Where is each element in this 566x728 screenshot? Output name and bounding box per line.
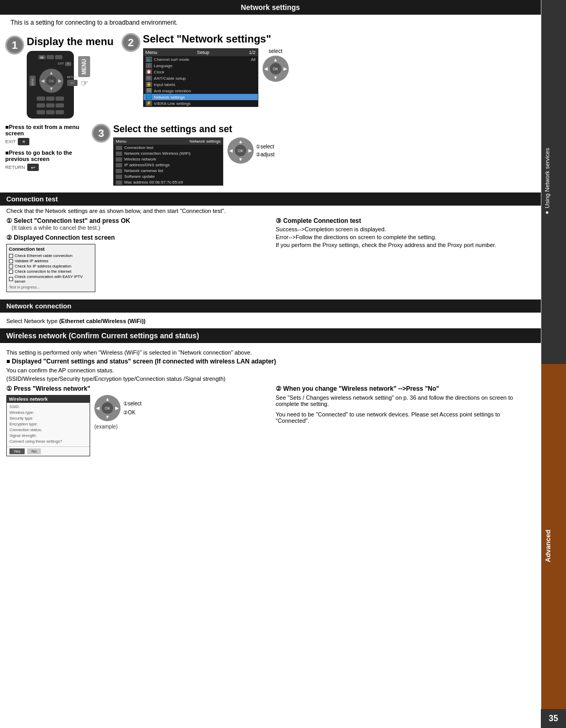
dpad-left[interactable]: ◀: [41, 78, 45, 83]
conn-step3-title: ③ Complete Connection test: [276, 217, 535, 224]
conn-row-text-1: Validate IP address: [15, 259, 48, 263]
network-menu-screen: Menu Network settings Connection test Ne…: [113, 137, 223, 186]
menu-icon-6: 🌐: [146, 94, 152, 100]
dpad-down[interactable]: ▼: [49, 86, 54, 91]
menu-icon-1: ♪: [146, 63, 152, 68]
step1-block: 1 Display the menu ▮▮: [5, 36, 114, 119]
wireless-up[interactable]: ▲: [105, 397, 110, 402]
wireless-left: ① Press "Wireless network" Wireless netw…: [6, 385, 265, 456]
wireless-ssid-note: (SSID/Wireless type/Security type/Encryp…: [6, 376, 535, 382]
remote-btn-row2-2[interactable]: [46, 103, 55, 108]
step2-left[interactable]: ◀: [264, 66, 268, 71]
wireless-left[interactable]: ◀: [96, 405, 100, 411]
step3-right[interactable]: ▶: [248, 148, 252, 153]
step2-dpad[interactable]: OK ▲ ▼ ◀ ▶: [263, 56, 289, 82]
menu-row-text-1: Language: [154, 63, 173, 68]
step3-ok[interactable]: OK: [235, 145, 246, 156]
menu-col3: 1/2: [249, 50, 256, 55]
step2-down[interactable]: ▼: [273, 75, 278, 80]
ws-label-wtype: Wireless type:: [9, 410, 34, 415]
check-3: [9, 270, 13, 274]
menu-row-3: ⊙ ANT/Cable setup: [144, 75, 258, 81]
wireless-yes-btn[interactable]: Yes: [9, 448, 25, 454]
return-key-btn[interactable]: ↩: [27, 164, 39, 171]
dpad-up[interactable]: ▲: [49, 70, 54, 76]
wireless-down[interactable]: ▼: [105, 414, 110, 420]
ws-label-use: Connect using these settings?: [9, 439, 62, 444]
menu-col1: Menu: [146, 50, 158, 55]
step3-down[interactable]: ▼: [238, 157, 243, 162]
remote-btn-row3-1[interactable]: [37, 110, 45, 114]
page-header: Network settings: [0, 0, 541, 15]
wireless-no-btn[interactable]: No: [27, 448, 41, 454]
menu-row-text-2: Clock: [154, 70, 165, 74]
step3-main: 3 Select the settings and set Menu Netwo…: [92, 124, 536, 186]
menu-screen: Menu Setup 1/2 📺 Channel surf mode All: [143, 48, 258, 107]
menu-icon-0: 📺: [146, 57, 152, 62]
remote-btn-row3-3[interactable]: [56, 110, 64, 114]
net-menu-row-1: Network connection Wireless (WiFi): [114, 151, 223, 156]
step2-content: Select "Network settings" Menu Setup 1/2: [143, 33, 536, 107]
step3-up[interactable]: ▲: [238, 139, 243, 144]
wireless-right[interactable]: ▶: [115, 405, 119, 411]
step3-dpad[interactable]: OK ▲ ▼ ◀ ▶: [227, 137, 254, 164]
menu-row-6-highlighted: 🌐 Network settings: [144, 94, 258, 100]
remote-btn-2[interactable]: [47, 55, 54, 59]
ok-btn[interactable]: OK: [46, 76, 57, 86]
wireless-dpad[interactable]: OK ▲ ▼ ◀ ▶: [94, 395, 121, 421]
wireless-step-labels: ①select ②OK: [123, 401, 142, 415]
remote-color-btn-3[interactable]: [56, 97, 64, 101]
wireless-screen-body: SSID: Wireless type: Security type: Encr…: [7, 403, 90, 446]
ws-label-sig: Signal strength:: [9, 433, 37, 438]
remote-btn-row2-3[interactable]: [56, 103, 64, 108]
remote-btn-1[interactable]: ▮▮: [38, 55, 46, 59]
exit-key-label: EXIT: [5, 139, 16, 144]
ws-row-sig: Signal strength:: [9, 433, 87, 438]
return-btn[interactable]: ↩: [67, 80, 78, 86]
conn-step2-title: ② Displayed Connection test screen: [6, 234, 265, 241]
step3-dpad-area: OK ▲ ▼ ◀ ▶ ①select ②adjust: [227, 137, 275, 164]
dpad-remote[interactable]: OK ▲ ▼ ◀ ▶: [39, 69, 63, 93]
net-menu-text-4: Network cameras list: [124, 168, 163, 173]
wireless-ok[interactable]: OK: [102, 402, 113, 414]
network-conn-section: Select Network type (Select Network type…: [0, 315, 541, 326]
sidebar-bottom: Advanced: [541, 364, 566, 728]
remote-color-btn-2[interactable]: [46, 97, 55, 101]
remote-color-btn-1[interactable]: [37, 97, 45, 101]
conn-step3-desc2: Error-->Follow the directions on screen …: [276, 234, 535, 240]
conn-screen: Connection test Check Ethernet cable con…: [6, 244, 95, 292]
remote-btn-row3-2[interactable]: [46, 110, 55, 114]
check-0: [9, 254, 13, 258]
exit-btn[interactable]: ✕: [65, 62, 71, 66]
wireless-cols: ① Press "Wireless network" Wireless netw…: [6, 385, 535, 456]
wireless-step2-desc2: You need to be "Connected" to use networ…: [276, 411, 535, 424]
conn-row-2: Check for IP address duplication: [9, 264, 93, 269]
steps-12-area: 1 Display the menu ▮▮: [0, 30, 541, 121]
conn-row-text-4: Check communication with EASY IPTV serve…: [15, 274, 93, 284]
net-menu-text-6: Mac address 00:0b:97:7c:65:e9: [124, 180, 183, 185]
step3-left[interactable]: ◀: [229, 148, 233, 153]
step2-right[interactable]: ▶: [284, 66, 287, 71]
step2-ok[interactable]: OK: [270, 63, 281, 74]
net-menu-text-5: Software update: [124, 174, 155, 179]
page-num-text: 35: [549, 714, 558, 723]
wireless-sub-note: You can confirm the AP connection status…: [6, 367, 535, 373]
menu-row-text-7: VIERA Link settings: [154, 101, 191, 106]
exit-label-remote: EXIT: [58, 62, 64, 66]
step2-up[interactable]: ▲: [273, 57, 278, 62]
exit-key-btn[interactable]: ✕: [18, 138, 29, 145]
step2-number: 2: [122, 33, 140, 52]
dpad-right[interactable]: ▶: [58, 78, 62, 83]
remote-btn-3[interactable]: [55, 55, 62, 59]
net-menu-icon-2: [116, 157, 122, 162]
conn-row-4: Check communication with EASY IPTV serve…: [9, 274, 93, 284]
header-title: Network settings: [241, 3, 300, 12]
net-menu-row-3: IP address/DNS settings: [114, 162, 223, 168]
page-number: 35: [541, 709, 566, 728]
net-menu-row-0: Connection test: [114, 145, 223, 151]
wireless-step1-title: ① Press "Wireless network": [6, 385, 265, 392]
net-menu-text-2: Wireless network: [124, 157, 156, 162]
conn-row-0: Check Ethernet cable connection: [9, 253, 93, 258]
remote-btn-row2-1[interactable]: [37, 103, 45, 108]
wireless-ok-label: ②OK: [123, 410, 142, 415]
